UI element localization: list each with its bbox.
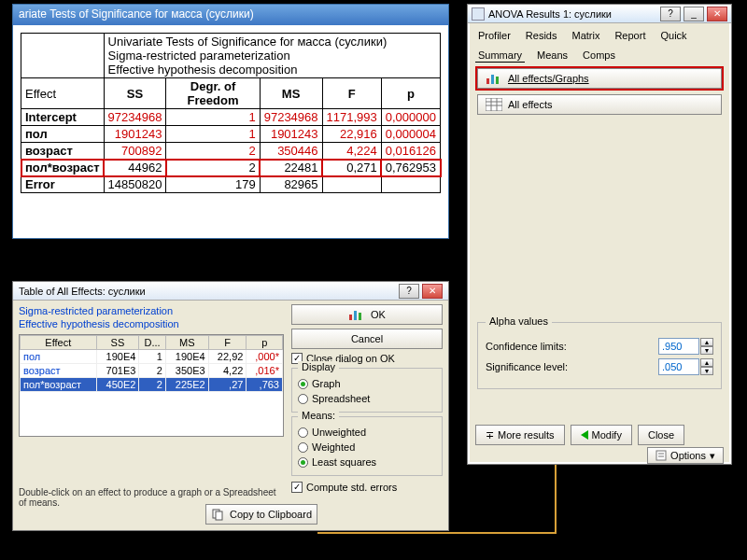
dialog-title: ANOVA Results 1: суслики [488, 8, 660, 20]
effects-table[interactable]: Effect SS D... MS F p пол190E41190E422,9… [19, 334, 284, 437]
close-button[interactable]: ✕ [422, 284, 443, 299]
minimize-button[interactable]: _ [684, 7, 704, 21]
all-effects-button[interactable]: All effects [477, 94, 722, 115]
ok-label: OK [371, 309, 386, 320]
close-dialog-button[interactable]: Close [638, 425, 684, 445]
tab-summary[interactable]: Summary [475, 49, 525, 63]
param-line-1: Sigma-restricted parameterization [19, 305, 284, 316]
significance-spin-down[interactable]: ▼ [700, 367, 713, 375]
mini-col-df: D... [139, 336, 165, 350]
significance-label: Significance level: [486, 361, 653, 372]
anova-table: Univariate Tests of Significance for мас… [21, 33, 441, 193]
dropdown-icon: ▾ [710, 450, 715, 462]
clipboard-icon [211, 508, 224, 521]
svg-rect-3 [486, 98, 502, 111]
tab-profiler[interactable]: Profiler [475, 29, 514, 43]
param-line-2: Effective hypothesis decomposition [19, 318, 284, 329]
tab-resids[interactable]: Resids [523, 29, 560, 43]
svg-rect-11 [349, 315, 352, 320]
help-button[interactable]: ? [399, 284, 419, 299]
table-row: возраст70089223504464,2240,016126 [21, 143, 441, 160]
all-effects-label: All effects [508, 99, 553, 110]
modify-button[interactable]: Modify [571, 425, 632, 445]
spreadsheet-icon [486, 98, 502, 111]
means-unweighted-label: Unweighted [312, 427, 366, 438]
display-legend: Display [298, 361, 339, 372]
more-results-button[interactable]: ∓ More results [475, 425, 565, 445]
table-desc-3: Effective hypothesis decomposition [108, 63, 436, 77]
svg-rect-2 [496, 77, 499, 84]
options-button[interactable]: Options ▾ [647, 447, 724, 464]
mini-col-ss: SS [96, 336, 139, 350]
confidence-spin-down[interactable]: ▼ [700, 346, 713, 355]
table-row[interactable]: пол*возраст450E22225E2,27,763 [21, 378, 283, 392]
mini-col-f: F [208, 336, 247, 350]
mini-col-ms: MS [165, 336, 208, 350]
mini-col-p: p [247, 336, 283, 350]
tab-matrix[interactable]: Matrix [569, 29, 602, 43]
ok-button[interactable]: OK [291, 304, 443, 325]
display-graph-label: Graph [312, 378, 341, 389]
means-unweighted-radio[interactable] [298, 427, 308, 438]
app-icon [472, 7, 485, 21]
display-group: Display Graph Spreadsheet [291, 368, 443, 413]
all-effects-graphs-button[interactable]: All effects/Graphs [477, 68, 722, 89]
col-ss: SS [104, 78, 166, 109]
dialog-titlebar: ANOVA Results 1: суслики ? _ ✕ [468, 5, 731, 23]
significance-input[interactable] [658, 358, 699, 375]
modify-label: Modify [592, 429, 622, 441]
table-row[interactable]: пол190E41190E422,92,000* [21, 350, 283, 364]
all-effects-graphs-label: All effects/Graphs [508, 73, 589, 84]
tabs: ProfilerResidsMatrixReportQuickSummaryMe… [468, 23, 731, 63]
copy-to-clipboard-button[interactable]: Copy to Clipboard [205, 504, 317, 525]
table-row: Intercept972349681972349681171,9930,0000… [21, 109, 441, 126]
help-button[interactable]: ? [660, 7, 681, 21]
cancel-label: Cancel [351, 333, 383, 344]
means-weighted-label: Weighted [312, 441, 355, 453]
compute-stderr-checkbox[interactable]: ✓ [291, 482, 303, 493]
display-graph-radio[interactable] [298, 379, 308, 389]
col-ms: MS [260, 78, 322, 109]
cancel-button[interactable]: Cancel [291, 329, 443, 349]
table-row: пол19012431190124322,9160,000004 [21, 126, 441, 143]
means-group: Means: Unweighted Weighted Least squares [291, 416, 443, 476]
options-label: Options [670, 450, 706, 461]
more-results-label: More results [498, 429, 555, 441]
tab-report[interactable]: Report [612, 29, 648, 43]
tab-means[interactable]: Means [534, 49, 571, 63]
close-label: Close [648, 429, 674, 441]
graphs-icon [486, 72, 502, 85]
anova-table-window: ariate Tests of Significance for масса (… [12, 4, 449, 239]
table-row[interactable]: возраст701E32350E34,22,016* [21, 364, 283, 378]
svg-rect-13 [359, 313, 361, 320]
means-weighted-radio[interactable] [298, 442, 308, 453]
confidence-input[interactable] [658, 338, 699, 355]
confidence-spin-up[interactable]: ▲ [700, 338, 713, 346]
dialog-titlebar: Table of All Effects: суслики ? ✕ [13, 282, 448, 301]
alpha-legend: Alpha values [486, 315, 552, 327]
table-row: Error1485082017982965 [21, 176, 441, 193]
svg-rect-0 [486, 78, 489, 84]
svg-rect-8 [656, 451, 666, 460]
dialog-title: Table of All Effects: суслики [19, 286, 399, 297]
table-desc-2: Sigma-restricted parameterization [108, 49, 436, 63]
svg-rect-12 [354, 311, 357, 320]
confidence-label: Confidence limits: [486, 341, 653, 352]
means-ls-label: Least squares [312, 456, 376, 468]
means-ls-radio[interactable] [298, 457, 308, 468]
significance-spin-up[interactable]: ▲ [700, 358, 713, 367]
tab-comps[interactable]: Comps [580, 49, 618, 63]
arrow-left-icon [581, 430, 588, 440]
col-p: p [381, 78, 440, 109]
close-button[interactable]: ✕ [707, 7, 727, 21]
col-df: Degr. of Freedom [166, 78, 260, 109]
all-effects-dialog: Table of All Effects: суслики ? ✕ Sigma-… [12, 281, 449, 531]
col-effect: Effect [21, 78, 105, 109]
table-desc-1: Univariate Tests of Significance for мас… [108, 35, 436, 49]
display-sheet-radio[interactable] [298, 394, 308, 404]
ok-icon [348, 308, 365, 321]
expand-icon: ∓ [486, 429, 494, 441]
tab-quick[interactable]: Quick [657, 29, 689, 43]
means-legend: Means: [298, 410, 339, 421]
mini-col-effect: Effect [21, 336, 97, 350]
